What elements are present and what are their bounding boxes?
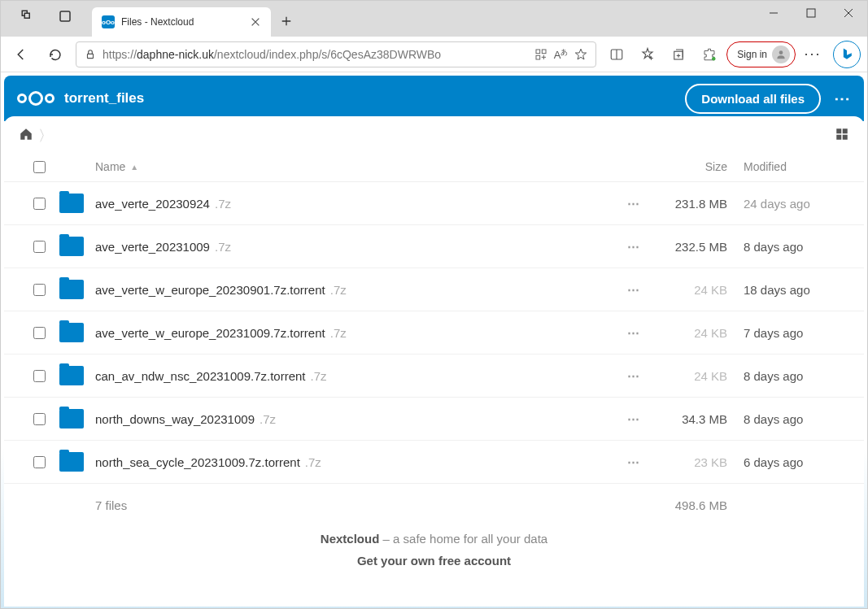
file-actions-button[interactable]: ⋯ xyxy=(627,368,640,382)
summary-row: 7 files 498.6 MB xyxy=(4,484,864,527)
svg-rect-14 xyxy=(836,135,841,140)
file-name[interactable]: north_downs_way_20231009.7z xyxy=(95,412,613,426)
nextcloud-favicon: oOo xyxy=(102,15,115,28)
column-size-header[interactable]: Size xyxy=(654,160,744,173)
file-actions-button[interactable]: ⋯ xyxy=(627,282,640,296)
file-row[interactable]: north_downs_way_20231009.7z ⋯ 34.3 MB 8 … xyxy=(4,398,864,441)
select-checkbox[interactable] xyxy=(33,284,46,296)
file-modified: 8 days ago xyxy=(744,240,849,254)
svg-rect-12 xyxy=(836,128,841,133)
svg-rect-5 xyxy=(536,50,540,54)
file-actions-button[interactable]: ⋯ xyxy=(627,325,640,339)
folder-icon xyxy=(59,323,84,342)
file-name[interactable]: ave_verte_20230924.7z xyxy=(95,197,613,211)
apps-icon[interactable] xyxy=(534,48,547,61)
minimize-button[interactable] xyxy=(755,1,792,25)
home-icon[interactable] xyxy=(19,127,33,145)
select-checkbox[interactable] xyxy=(33,456,46,468)
close-icon[interactable] xyxy=(250,16,261,28)
signin-button[interactable]: Sign in xyxy=(726,41,796,67)
select-checkbox[interactable] xyxy=(33,370,46,382)
signin-label: Sign in xyxy=(737,49,767,60)
file-actions-button[interactable]: ⋯ xyxy=(627,196,640,210)
file-size: 34.3 MB xyxy=(654,412,744,426)
column-name-header[interactable]: Name ▲ xyxy=(95,160,613,173)
more-button[interactable]: ··· xyxy=(799,41,827,68)
file-size: 23 KB xyxy=(654,455,744,469)
header-more-button[interactable]: ⋯ xyxy=(834,89,851,108)
refresh-button[interactable] xyxy=(41,41,69,68)
file-size: 24 KB xyxy=(654,369,744,383)
file-row[interactable]: ave_verte_20231009.7z ⋯ 232.5 MB 8 days … xyxy=(4,225,864,268)
extensions-icon[interactable] xyxy=(696,41,723,68)
browser-titlebar: oOo Files - Nextcloud xyxy=(1,1,867,37)
tab-title: Files - Nextcloud xyxy=(121,16,243,28)
column-modified-header[interactable]: Modified xyxy=(744,160,849,173)
file-modified: 24 days ago xyxy=(744,197,849,211)
workspaces-icon[interactable] xyxy=(51,2,79,30)
file-row[interactable]: north_sea_cycle_20231009.7z.torrent.7z ⋯… xyxy=(4,441,864,484)
footer-cta-link[interactable]: Get your own free account xyxy=(4,550,864,571)
file-row[interactable]: ave_verte_w_europe_20230901.7z.torrent.7… xyxy=(4,268,864,311)
bing-chat-button[interactable] xyxy=(833,41,861,68)
file-size: 24 KB xyxy=(654,283,744,297)
file-size: 24 KB xyxy=(654,326,744,340)
maximize-button[interactable] xyxy=(792,1,830,25)
select-checkbox[interactable] xyxy=(33,413,46,425)
file-modified: 7 days ago xyxy=(744,326,849,340)
table-header: Name ▲ Size Modified xyxy=(4,152,864,182)
file-row[interactable]: ave_verte_w_europe_20231009.7z.torrent.7… xyxy=(4,311,864,355)
file-name[interactable]: ave_verte_20231009.7z xyxy=(95,240,613,254)
file-size: 232.5 MB xyxy=(654,240,744,254)
close-window-button[interactable] xyxy=(830,1,867,25)
footer-tagline: Nextcloud – a safe home for all your dat… xyxy=(4,527,864,550)
grid-view-toggle[interactable] xyxy=(835,127,849,145)
file-name[interactable]: can_av_ndw_nsc_20231009.7z.torrent.7z xyxy=(95,369,613,383)
svg-point-10 xyxy=(712,57,716,61)
folder-icon xyxy=(59,280,84,299)
nextcloud-app: torrent_files Download all files ⋯ 〉 Nam… xyxy=(1,72,867,609)
nextcloud-header: torrent_files Download all files ⋯ xyxy=(4,76,864,121)
new-tab-button[interactable] xyxy=(271,15,302,37)
file-actions-button[interactable]: ⋯ xyxy=(627,455,640,468)
url-bar[interactable]: https://daphne-nick.uk/nextcloud/index.p… xyxy=(76,41,596,67)
folder-icon xyxy=(59,409,84,428)
svg-rect-3 xyxy=(807,9,815,17)
select-checkbox[interactable] xyxy=(33,198,46,210)
file-size: 231.8 MB xyxy=(654,197,744,211)
svg-rect-7 xyxy=(536,55,540,59)
select-checkbox[interactable] xyxy=(33,241,46,253)
svg-rect-15 xyxy=(843,135,848,140)
lock-icon xyxy=(85,49,96,60)
favorite-icon[interactable] xyxy=(574,48,587,61)
svg-rect-13 xyxy=(843,128,848,133)
select-checkbox[interactable] xyxy=(33,327,46,339)
url-text: https://daphne-nick.uk/nextcloud/index.p… xyxy=(103,48,528,61)
back-button[interactable] xyxy=(7,41,35,68)
browser-tab[interactable]: oOo Files - Nextcloud xyxy=(92,7,271,37)
download-all-button[interactable]: Download all files xyxy=(685,84,821,114)
text-size-icon[interactable]: Aあ xyxy=(554,47,569,61)
file-count: 7 files xyxy=(95,498,613,512)
file-row[interactable]: ave_verte_20230924.7z ⋯ 231.8 MB 24 days… xyxy=(4,182,864,225)
select-all-checkbox[interactable] xyxy=(33,161,46,173)
file-name[interactable]: ave_verte_w_europe_20230901.7z.torrent.7… xyxy=(95,283,613,297)
svg-rect-6 xyxy=(542,50,546,54)
collections-icon[interactable] xyxy=(665,41,692,68)
tab-overview-icon[interactable] xyxy=(14,2,41,30)
nextcloud-logo[interactable]: torrent_files xyxy=(17,90,144,107)
file-actions-button[interactable]: ⋯ xyxy=(627,239,640,253)
folder-title: torrent_files xyxy=(64,90,144,107)
browser-toolbar: https://daphne-nick.uk/nextcloud/index.p… xyxy=(1,37,867,72)
file-name[interactable]: ave_verte_w_europe_20231009.7z.torrent.7… xyxy=(95,326,613,340)
file-name[interactable]: north_sea_cycle_20231009.7z.torrent.7z xyxy=(95,455,613,469)
folder-icon xyxy=(59,452,84,472)
svg-rect-1 xyxy=(24,13,29,18)
file-actions-button[interactable]: ⋯ xyxy=(627,411,640,425)
favorites-icon[interactable] xyxy=(634,41,661,68)
breadcrumb-separator: 〉 xyxy=(38,126,53,146)
split-screen-icon[interactable] xyxy=(603,41,630,68)
file-row[interactable]: can_av_ndw_nsc_20231009.7z.torrent.7z ⋯ … xyxy=(4,355,864,398)
file-listing: 〉 Name ▲ Size Modified ave_verte_2023092… xyxy=(4,116,864,607)
total-size: 498.6 MB xyxy=(654,498,744,512)
